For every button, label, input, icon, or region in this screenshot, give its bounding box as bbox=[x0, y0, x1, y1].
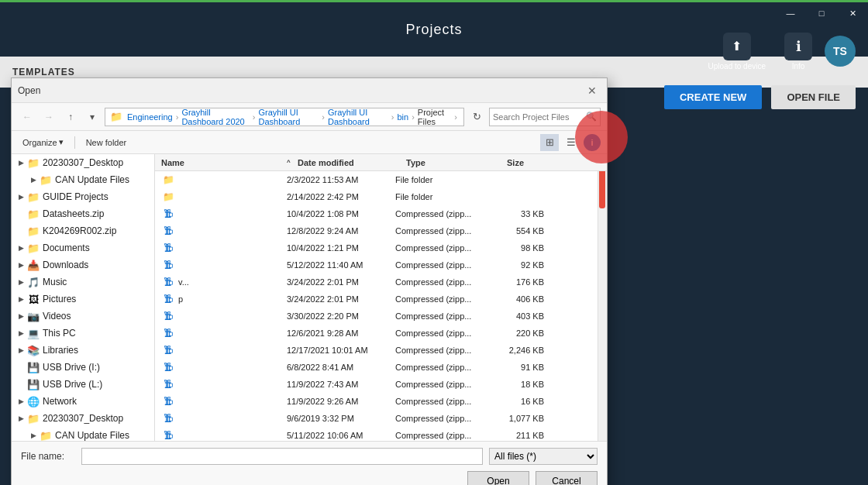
toolbar-info-button[interactable]: i bbox=[584, 134, 601, 151]
col-size-header[interactable]: Size bbox=[507, 158, 561, 167]
close-button[interactable]: ✕ bbox=[837, 2, 868, 24]
libraries-icon: 📚 bbox=[27, 344, 40, 356]
sidebar-item-this-pc[interactable]: ▶ 💻 This PC bbox=[12, 325, 154, 342]
filename-label: File name: bbox=[21, 451, 75, 462]
file-type: Compressed (zipp... bbox=[395, 260, 496, 270]
filename-input[interactable] bbox=[81, 448, 483, 465]
table-row[interactable]: 📁 2/14/2022 2:42 PM File folder bbox=[155, 188, 607, 205]
table-row[interactable]: 🗜 12/6/2021 9:28 AM Compressed (zipp... … bbox=[155, 325, 607, 342]
sidebar-label: USB Drive (I:) bbox=[43, 362, 100, 373]
col-date-header[interactable]: Date modified bbox=[298, 158, 406, 167]
sidebar-item-network[interactable]: ▶ 🌐 Network bbox=[12, 393, 154, 410]
new-folder-button[interactable]: New folder bbox=[81, 134, 132, 151]
file-size: 98 KB bbox=[496, 243, 550, 253]
usb-icon: 💾 bbox=[27, 361, 40, 373]
table-row[interactable]: 🗜 11/9/2022 7:43 AM Compressed (zipp... … bbox=[155, 376, 607, 393]
col-type-header[interactable]: Type bbox=[406, 158, 507, 167]
table-row[interactable]: 🗜 12/17/2021 10:01 AM Compressed (zipp..… bbox=[155, 342, 607, 359]
sidebar-item-pictures[interactable]: ▶ 🖼 Pictures bbox=[12, 291, 154, 308]
dialog-close-button[interactable]: ✕ bbox=[584, 82, 601, 99]
forward-button[interactable]: → bbox=[40, 108, 58, 126]
dialog-bottom: File name: All files (*) Open Cancel bbox=[12, 441, 607, 485]
breadcrumb-item[interactable]: Engineering bbox=[127, 112, 173, 122]
file-size: 554 KB bbox=[496, 226, 550, 236]
table-row[interactable]: 🗜 5/11/2022 10:06 AM Compressed (zipp...… bbox=[155, 427, 607, 441]
open-dialog: Open ✕ ← → ↑ ▾ 📁 Engineering › Grayhill … bbox=[11, 77, 608, 485]
filetype-select[interactable]: All files (*) bbox=[489, 448, 598, 465]
maximize-button[interactable]: □ bbox=[806, 2, 837, 24]
minimize-button[interactable]: — bbox=[775, 2, 806, 24]
zip-icon: 🗜 bbox=[161, 394, 175, 408]
file-size: 16 KB bbox=[496, 397, 550, 406]
breadcrumb-item[interactable]: Grayhill UI Dashboard bbox=[328, 108, 388, 126]
table-row[interactable]: 🗜 11/9/2022 9:26 AM Compressed (zipp... … bbox=[155, 393, 607, 410]
pictures-icon: 🖼 bbox=[27, 293, 40, 305]
sidebar-item-usb-l[interactable]: ▶ 💾 USB Drive (L:) bbox=[12, 376, 154, 393]
breadcrumb-item[interactable]: bin bbox=[397, 112, 408, 122]
dropdown-button[interactable]: ▾ bbox=[83, 108, 102, 126]
zip-icon: 🗜 bbox=[161, 207, 175, 221]
sidebar-item-k204269[interactable]: ▶ 📁 K204269R002.zip bbox=[12, 222, 154, 239]
sidebar-item-downloads[interactable]: ▶ 📥 Downloads bbox=[12, 256, 154, 273]
sidebar-item-documents[interactable]: ▶ 📁 Documents bbox=[12, 239, 154, 256]
table-row[interactable]: 🗜 v... 3/24/2022 2:01 PM Compressed (zip… bbox=[155, 273, 607, 291]
table-row[interactable]: 🗜 p 3/24/2022 2:01 PM Compressed (zipp..… bbox=[155, 291, 607, 308]
breadcrumb-item[interactable]: Grayhill Dashboard 2020 bbox=[181, 108, 249, 126]
create-new-button[interactable]: CREATE NEW bbox=[664, 85, 762, 109]
table-row[interactable]: 🗜 10/4/2022 1:08 PM Compressed (zipp... … bbox=[155, 205, 607, 222]
sidebar-item-can-update[interactable]: ▶ 📁 CAN Update Files bbox=[12, 171, 154, 188]
sidebar-label: Documents bbox=[43, 242, 90, 253]
search-button[interactable]: 🔍 bbox=[583, 108, 600, 126]
upload-to-device-button[interactable]: ⬆ Upload to device bbox=[702, 29, 773, 74]
expand-icon: ▶ bbox=[15, 293, 27, 305]
avatar[interactable]: TS bbox=[825, 36, 856, 67]
table-row[interactable]: 🗜 12/8/2022 9:24 AM Compressed (zipp... … bbox=[155, 222, 607, 239]
refresh-button[interactable]: ↻ bbox=[467, 108, 486, 126]
up-button[interactable]: ↑ bbox=[61, 108, 80, 126]
file-name: v... bbox=[178, 277, 287, 287]
search-input[interactable] bbox=[490, 108, 583, 126]
open-button[interactable]: Open bbox=[467, 471, 529, 485]
sidebar-label: 20230307_Desktop bbox=[43, 413, 123, 424]
open-file-button[interactable]: OPEN FILE bbox=[771, 85, 856, 109]
sidebar-item-can-update-2[interactable]: ▶ 📁 CAN Update Files bbox=[12, 427, 154, 441]
table-row[interactable]: 🗜 5/12/2022 11:40 AM Compressed (zipp...… bbox=[155, 256, 607, 273]
cancel-button[interactable]: Cancel bbox=[536, 471, 598, 485]
grid-view-button[interactable]: ⊞ bbox=[540, 134, 559, 151]
sidebar-item-usb-i[interactable]: ▶ 💾 USB Drive (I:) bbox=[12, 359, 154, 376]
file-date: 10/4/2022 1:08 PM bbox=[287, 209, 395, 218]
table-row[interactable]: 📁 2/3/2022 11:53 AM File folder bbox=[155, 171, 607, 188]
file-date: 3/30/2022 2:20 PM bbox=[287, 311, 395, 321]
info-button[interactable]: ℹ Info bbox=[778, 29, 818, 74]
sidebar-label: CAN Update Files bbox=[55, 174, 129, 185]
table-row[interactable]: 🗜 6/8/2022 8:41 AM Compressed (zipp... 9… bbox=[155, 359, 607, 376]
sidebar-item-libraries[interactable]: ▶ 📚 Libraries bbox=[12, 342, 154, 359]
file-type: Compressed (zipp... bbox=[395, 243, 496, 253]
zip-icon: 🗜 bbox=[161, 411, 175, 425]
col-name-header[interactable]: Name bbox=[155, 158, 287, 167]
organize-button[interactable]: Organize ▾ bbox=[18, 134, 68, 151]
sidebar-item-music[interactable]: ▶ 🎵 Music bbox=[12, 273, 154, 291]
file-type: Compressed (zipp... bbox=[395, 431, 496, 440]
back-button[interactable]: ← bbox=[18, 108, 36, 126]
breadcrumb[interactable]: 📁 Engineering › Grayhill Dashboard 2020 … bbox=[105, 108, 464, 126]
file-name: p bbox=[178, 294, 287, 304]
sidebar-item-20230307-desktop-1[interactable]: ▶ 📁 20230307_Desktop bbox=[12, 154, 154, 171]
window-controls: — □ ✕ bbox=[775, 2, 868, 24]
info-label: Info bbox=[792, 62, 805, 71]
network-icon: 🌐 bbox=[27, 395, 40, 408]
sort-icon[interactable]: ^ bbox=[287, 159, 298, 166]
table-row[interactable]: 🗜 3/30/2022 2:20 PM Compressed (zipp... … bbox=[155, 308, 607, 325]
table-row[interactable]: 🗜 10/4/2022 1:21 PM Compressed (zipp... … bbox=[155, 239, 607, 256]
sidebar-item-20230307-desktop-2[interactable]: ▶ 📁 20230307_Desktop bbox=[12, 410, 154, 427]
expand-icon: ▶ bbox=[15, 344, 27, 356]
file-date: 11/9/2022 9:26 AM bbox=[287, 397, 395, 406]
table-row[interactable]: 🗜 9/6/2019 3:32 PM Compressed (zipp... 1… bbox=[155, 410, 607, 427]
scrollbar-track[interactable] bbox=[598, 154, 607, 441]
sidebar-item-videos[interactable]: ▶ 📷 Videos bbox=[12, 308, 154, 325]
sidebar-item-guide-projects[interactable]: ▶ 📁 GUIDE Projects bbox=[12, 188, 154, 205]
folder-icon: 📁 bbox=[27, 242, 40, 254]
details-view-button[interactable]: ☰ bbox=[562, 134, 580, 151]
sidebar-item-datasheets[interactable]: ▶ 📁 Datasheets.zip bbox=[12, 205, 154, 222]
breadcrumb-item[interactable]: Grayhill UI Dashboard bbox=[259, 108, 319, 126]
